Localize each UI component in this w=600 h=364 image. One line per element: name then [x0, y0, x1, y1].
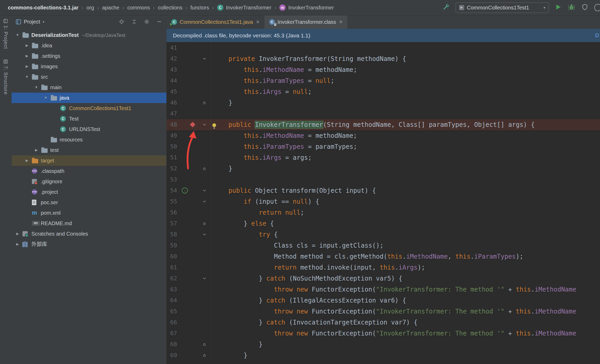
- tree-item-item[interactable]: ▶外部库: [12, 239, 166, 249]
- line-number[interactable]: 60: [167, 251, 179, 262]
- tree-collapse-arrow-icon[interactable]: ▼: [24, 72, 30, 82]
- fold-marker-icon[interactable]: [202, 232, 207, 238]
- code-text[interactable]: return null;: [211, 207, 600, 218]
- line-number[interactable]: 47: [167, 108, 179, 119]
- code-line-68[interactable]: 68 }: [167, 339, 600, 350]
- clipped-toolbar-icon[interactable]: [594, 4, 600, 11]
- code-text[interactable]: throw new FunctorException("InvokerTrans…: [211, 328, 600, 339]
- tree-item-deserializationtest[interactable]: ▼DeserializationTest~/Desktop/JavaTest: [12, 30, 166, 40]
- tab-invokertransformer-class[interactable]: C InvokerTransformer.class ×: [264, 15, 348, 29]
- tree-item-main[interactable]: ▼main: [12, 82, 166, 93]
- tree-expand-arrow-icon[interactable]: ▶: [15, 229, 20, 239]
- line-number[interactable]: 48: [167, 119, 179, 130]
- coverage-shield-icon[interactable]: [581, 3, 588, 12]
- code-text[interactable]: public InvokerTransformer(String methodN…: [211, 119, 600, 130]
- code-text[interactable]: public Object transform(Object input) {: [211, 185, 600, 196]
- code-text[interactable]: } else {: [211, 218, 600, 229]
- fold-marker-icon[interactable]: [202, 100, 207, 106]
- code-text[interactable]: } catch (InvocationTargetException var7)…: [211, 317, 600, 328]
- breadcrumb-item[interactable]: commons: [127, 5, 150, 11]
- code-text[interactable]: private InvokerTransformer(String method…: [211, 53, 600, 64]
- tree-expand-arrow-icon[interactable]: ▶: [24, 61, 30, 72]
- fold-marker-icon[interactable]: [202, 188, 207, 194]
- tree-item-gitignore[interactable]: .gitignore: [12, 176, 166, 187]
- line-number[interactable]: 51: [167, 152, 179, 163]
- sidebar-item-project[interactable]: 1: Project: [3, 19, 9, 49]
- code-line-43[interactable]: 43 this.iMethodName = methodName;: [167, 64, 600, 75]
- line-number[interactable]: 42: [167, 53, 179, 64]
- collapse-all-icon[interactable]: [131, 19, 137, 25]
- fold-marker-icon[interactable]: [202, 166, 207, 172]
- fold-marker-icon[interactable]: [202, 353, 207, 359]
- code-line-64[interactable]: 64 } catch (IllegalAccessException var6)…: [167, 295, 600, 306]
- code-line-50[interactable]: 50 this.iParamTypes = paramTypes;: [167, 141, 600, 152]
- breadcrumb-item[interactable]: commons-collections-3.1.jar: [8, 5, 78, 11]
- fold-marker-icon[interactable]: [202, 221, 207, 227]
- chevron-down-icon[interactable]: ▾: [43, 20, 44, 24]
- code-text[interactable]: try {: [211, 229, 600, 240]
- code-text[interactable]: }: [211, 97, 600, 108]
- tree-expand-arrow-icon[interactable]: ▶: [15, 239, 20, 249]
- tree-item-classpath[interactable]: .classpath: [12, 166, 166, 176]
- line-number[interactable]: 50: [167, 141, 179, 152]
- tree-item-test[interactable]: ▶test: [12, 145, 166, 155]
- tree-item-pom-xml[interactable]: mpom.xml: [12, 208, 166, 218]
- line-number[interactable]: 53: [167, 174, 179, 185]
- code-text[interactable]: [211, 42, 600, 53]
- fold-marker-icon[interactable]: [202, 122, 207, 128]
- banner-link-partial[interactable]: D: [595, 32, 599, 38]
- debug-button[interactable]: [568, 3, 575, 12]
- fold-marker-icon[interactable]: [202, 199, 207, 205]
- tree-item-images[interactable]: ▶images: [12, 61, 166, 72]
- panel-title[interactable]: Project: [24, 19, 40, 25]
- code-text[interactable]: [211, 108, 600, 119]
- fold-marker-icon[interactable]: [202, 276, 207, 282]
- tree-item-settings[interactable]: ▶.settings: [12, 51, 166, 61]
- tree-item-readme-md[interactable]: MDREADME.md: [12, 218, 166, 229]
- tree-item-test[interactable]: CTest: [12, 113, 166, 124]
- line-number[interactable]: 46: [167, 97, 179, 108]
- code-line-46[interactable]: 46 }: [167, 97, 600, 108]
- tree-item-idea[interactable]: ▶.idea: [12, 40, 166, 51]
- line-number[interactable]: 56: [167, 207, 179, 218]
- code-line-66[interactable]: 66 } catch (InvocationTargetException va…: [167, 317, 600, 328]
- code-text[interactable]: }: [211, 339, 600, 350]
- breadcrumb-item[interactable]: collections: [158, 5, 182, 11]
- line-number[interactable]: 64: [167, 295, 179, 306]
- code-line-45[interactable]: 45 this.iArgs = null;: [167, 86, 600, 97]
- tree-item-target[interactable]: ▶target: [12, 155, 166, 166]
- code-text[interactable]: this.iParamTypes = paramTypes;: [211, 141, 600, 152]
- run-configuration-select[interactable]: CommonCollections1Test1 ▾: [456, 2, 549, 13]
- tree-item-scratches-and-consoles[interactable]: ▶Scratches and Consoles: [12, 229, 166, 239]
- tree-collapse-arrow-icon[interactable]: ▼: [15, 30, 20, 40]
- code-line-49[interactable]: 49 this.iMethodName = methodName;: [167, 130, 600, 141]
- tree-item-src[interactable]: ▼src: [12, 72, 166, 82]
- line-number[interactable]: 59: [167, 240, 179, 251]
- code-text[interactable]: this.iArgs = args;: [211, 152, 600, 163]
- line-number[interactable]: 69: [167, 350, 179, 361]
- breadcrumb-item[interactable]: apache: [102, 5, 119, 11]
- build-wrench-icon[interactable]: [442, 3, 450, 12]
- code-text[interactable]: }: [211, 350, 600, 361]
- code-text[interactable]: this.iParamTypes = null;: [211, 75, 600, 86]
- line-number[interactable]: 65: [167, 306, 179, 317]
- override-method-icon[interactable]: ↑: [182, 187, 188, 194]
- code-line-54[interactable]: 54↑ public Object transform(Object input…: [167, 185, 600, 196]
- code-text[interactable]: this.iMethodName = methodName;: [211, 130, 600, 141]
- tree-item-project[interactable]: .project: [12, 187, 166, 197]
- line-number[interactable]: 68: [167, 339, 179, 350]
- tree-item-commoncollections1test1[interactable]: CCommonCollections1Test1: [12, 103, 166, 113]
- code-line-52[interactable]: 52 }: [167, 163, 600, 174]
- code-line-63[interactable]: 63 throw new FunctorException("InvokerTr…: [167, 284, 600, 295]
- code-line-69[interactable]: 69 }: [167, 350, 600, 361]
- line-number[interactable]: 45: [167, 86, 179, 97]
- sidebar-item-structure[interactable]: 7: Structure: [3, 59, 9, 95]
- code-text[interactable]: throw new FunctorException("InvokerTrans…: [211, 284, 600, 295]
- code-text[interactable]: this.iArgs = null;: [211, 86, 600, 97]
- locate-icon[interactable]: [119, 19, 124, 25]
- line-number[interactable]: 61: [167, 262, 179, 273]
- code-line-42[interactable]: 42 private InvokerTransformer(String met…: [167, 53, 600, 64]
- line-number[interactable]: 52: [167, 163, 179, 174]
- code-text[interactable]: throw new FunctorException("InvokerTrans…: [211, 306, 600, 317]
- hide-panel-icon[interactable]: [156, 19, 162, 25]
